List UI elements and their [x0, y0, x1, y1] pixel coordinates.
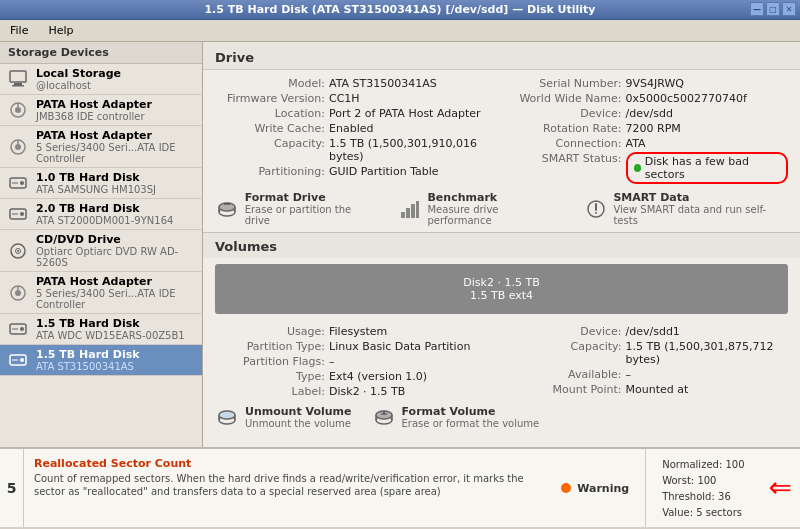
sidebar-item-2tb[interactable]: 2.0 TB Hard Disk ATA ST2000DM001-9YN164	[0, 199, 202, 230]
format-drive-title: Format Drive	[245, 191, 378, 204]
vol-available-value: –	[626, 368, 632, 381]
capacity-value: 1.5 TB (1,500,301,910,016 bytes)	[329, 137, 492, 163]
serial-value: 9VS4JRWQ	[626, 77, 684, 90]
writecache-row: Write Cache: Enabled	[215, 121, 492, 136]
connection-label: Connection:	[512, 137, 622, 150]
benchmark-action[interactable]: Benchmark Measure drive performance	[398, 191, 564, 226]
file-menu[interactable]: File	[4, 22, 34, 39]
partition-flags-row: Partition Flags: –	[215, 354, 492, 369]
unmount-sub: Unmount the volume	[245, 418, 352, 429]
value-label: Value:	[662, 507, 693, 518]
hdd-icon	[6, 317, 30, 341]
sidebar-item-name: 1.0 TB Hard Disk	[36, 171, 196, 184]
svg-point-13	[20, 212, 24, 216]
sidebar-item-1tb[interactable]: 1.0 TB Hard Disk ATA SAMSUNG HM103SJ	[0, 168, 202, 199]
serial-row: Serial Number: 9VS4JRWQ	[512, 76, 789, 91]
svg-rect-2	[12, 85, 24, 87]
help-menu[interactable]: Help	[42, 22, 79, 39]
sidebar-item-sub: ATA ST2000DM001-9YN164	[36, 215, 196, 226]
warning-dot	[561, 483, 571, 493]
format-drive-icon	[215, 197, 239, 221]
sidebar-item-name: Local Storage	[36, 67, 196, 80]
smart-data-action[interactable]: SMART Data View SMART data and run self-…	[584, 191, 788, 226]
svg-rect-0	[10, 71, 26, 82]
sidebar-item-name: PATA Host Adapter	[36, 98, 196, 111]
vol-type-value: Ext4 (version 1.0)	[329, 370, 427, 383]
usage-value: Filesystem	[329, 325, 387, 338]
smart-status-label: SMART Status:	[512, 152, 622, 184]
svg-point-41	[219, 411, 235, 419]
vol-device-value: /dev/sdd1	[626, 325, 680, 338]
wwn-value: 0x5000c5002770740f	[626, 92, 747, 105]
sidebar-item-pata3[interactable]: PATA Host Adapter 5 Series/3400 Seri...A…	[0, 272, 202, 314]
partitioning-value: GUID Partition Table	[329, 165, 439, 178]
sidebar-item-name: 1.5 TB Hard Disk	[36, 348, 196, 361]
sidebar-item-sub: 5 Series/3400 Seri...ATA IDE Controller	[36, 288, 196, 310]
minimize-button[interactable]: —	[750, 2, 764, 16]
hdd-icon	[6, 202, 30, 226]
svg-point-37	[595, 212, 597, 214]
connection-value: ATA	[626, 137, 646, 150]
sidebar-item-local-storage[interactable]: Local Storage @localhost	[0, 64, 202, 95]
partition-flags-label: Partition Flags:	[215, 355, 325, 368]
vol-capacity-label: Capacity:	[512, 340, 622, 366]
smart-attr-desc: Count of remapped sectors. When the hard…	[34, 472, 535, 498]
unmount-volume-action[interactable]: Unmount Volume Unmount the volume	[215, 405, 352, 429]
sidebar-item-1.5tb-wdc[interactable]: 1.5 TB Hard Disk ATA WDC WD15EARS-00Z5B1	[0, 314, 202, 345]
smart-data-icon	[584, 197, 608, 221]
benchmark-icon	[398, 197, 422, 221]
partition-type-row: Partition Type: Linux Basic Data Partiti…	[215, 339, 492, 354]
content-area: Drive Model: ATA ST31500341AS Firmware V…	[203, 42, 800, 447]
sidebar-item-pata2[interactable]: PATA Host Adapter 5 Series/3400 Seri...A…	[0, 126, 202, 168]
svg-point-8	[15, 144, 21, 150]
smart-attr-name: Reallocated Sector Count	[34, 457, 535, 470]
worst-row: Worst: 100	[662, 473, 744, 489]
normalized-row: Normalized: 100	[662, 457, 744, 473]
usage-label: Usage:	[215, 325, 325, 338]
hdd-icon	[6, 348, 30, 372]
benchmark-title: Benchmark	[427, 191, 563, 204]
svg-rect-34	[411, 204, 415, 218]
vol-device-row: Device: /dev/sdd1	[512, 324, 789, 339]
window-controls[interactable]: — □ ✕	[750, 2, 796, 16]
worst-label: Worst:	[662, 475, 694, 486]
mount-point-row: Mount Point: Mounted at	[512, 382, 789, 397]
vol-available-row: Available: –	[512, 367, 789, 382]
sidebar-item-pata1[interactable]: PATA Host Adapter JMB368 IDE controller	[0, 95, 202, 126]
svg-point-10	[20, 181, 24, 185]
main-layout: Storage Devices Local Storage @localhost	[0, 42, 800, 447]
vol-available-label: Available:	[512, 368, 622, 381]
model-row: Model: ATA ST31500341AS	[215, 76, 492, 91]
format-volume-action[interactable]: Format Volume Erase or format the volume	[372, 405, 540, 429]
sidebar-header: Storage Devices	[0, 42, 202, 64]
svg-point-25	[20, 358, 24, 362]
volume-bar-line1: Disk2 · 1.5 TB	[463, 276, 539, 289]
model-label: Model:	[215, 77, 325, 90]
smart-warning-area: Warning	[545, 449, 645, 527]
device-label: Device:	[512, 107, 622, 120]
format-volume-title: Format Volume	[402, 405, 540, 418]
maximize-button[interactable]: □	[766, 2, 780, 16]
format-drive-action[interactable]: Format Drive Erase or partition the driv…	[215, 191, 378, 226]
svg-rect-35	[416, 201, 419, 218]
sidebar-item-cdrom[interactable]: CD/DVD Drive Optiarc Optiarc DVD RW AD-5…	[0, 230, 202, 272]
hdd-icon	[6, 171, 30, 195]
writecache-label: Write Cache:	[215, 122, 325, 135]
arrow-area: ⇐	[761, 449, 800, 527]
svg-rect-33	[406, 208, 410, 218]
sidebar-item-sub: JMB368 IDE controller	[36, 111, 196, 122]
svg-point-17	[17, 250, 19, 252]
location-label: Location:	[215, 107, 325, 120]
unmount-title: Unmount Volume	[245, 405, 352, 418]
threshold-value: 36	[718, 491, 731, 502]
sidebar-item-1.5tb-st[interactable]: 1.5 TB Hard Disk ATA ST31500341AS	[0, 345, 202, 376]
benchmark-sub: Measure drive performance	[427, 204, 563, 226]
sidebar-item-name: PATA Host Adapter	[36, 275, 196, 288]
smart-values: Normalized: 100 Worst: 100 Threshold: 36…	[645, 449, 760, 527]
device-value: /dev/sdd	[626, 107, 673, 120]
smart-status-value: Disk has a few bad sectors	[626, 152, 789, 184]
close-button[interactable]: ✕	[782, 2, 796, 16]
wwn-row: World Wide Name: 0x5000c5002770740f	[512, 91, 789, 106]
smart-data-sub: View SMART data and run self-tests	[613, 204, 788, 226]
rotation-label: Rotation Rate:	[512, 122, 622, 135]
